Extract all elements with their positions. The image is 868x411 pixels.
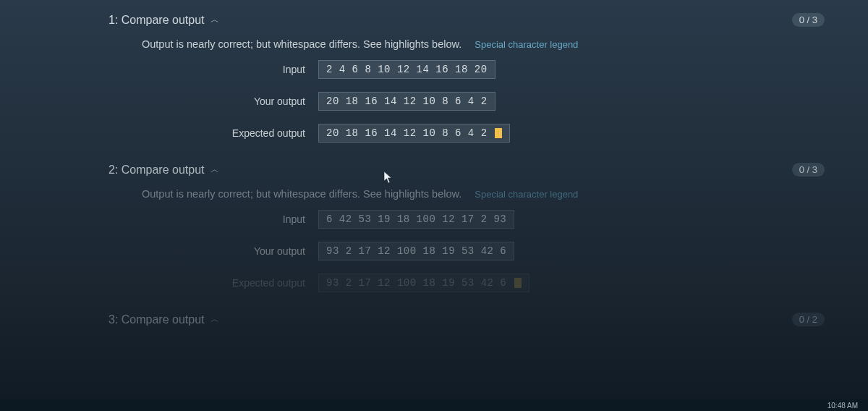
- score-badge: 0 / 3: [792, 163, 825, 177]
- expected-output-label: Expected output: [195, 127, 318, 139]
- your-output-value: 93 2 17 12 100 18 19 53 42 6: [318, 242, 514, 260]
- your-output-row: Your output 93 2 17 12 100 18 19 53 42 6: [195, 242, 825, 260]
- section-header-2[interactable]: 2: Compare output ︿ 0 / 3: [109, 163, 825, 177]
- newline-highlight-icon: [495, 128, 502, 138]
- taskbar: 10:48 AM: [0, 399, 868, 411]
- section-title: 3: Compare output: [109, 313, 205, 326]
- section-title: 1: Compare output: [109, 14, 205, 27]
- input-row: Input 2 4 6 8 10 12 14 16 18 20: [195, 60, 825, 79]
- section-header-3[interactable]: 3: Compare output ︿ 0 / 2: [109, 313, 825, 326]
- score-badge: 0 / 2: [792, 313, 825, 326]
- results-panel: 1: Compare output ︿ 0 / 3 Output is near…: [0, 0, 868, 326]
- input-value: 6 42 53 19 18 100 12 17 2 93: [318, 210, 514, 229]
- clock: 10:48 AM: [827, 402, 858, 410]
- chevron-up-icon: ︿: [210, 313, 219, 326]
- input-label: Input: [195, 64, 318, 75]
- test-section-1: 1: Compare output ︿ 0 / 3 Output is near…: [109, 13, 825, 143]
- expected-output-row: Expected output 93 2 17 12 100 18 19 53 …: [195, 274, 825, 292]
- your-output-value: 20 18 16 14 12 10 8 6 4 2: [318, 92, 495, 111]
- expected-output-value: 93 2 17 12 100 18 19 53 42 6: [318, 274, 529, 292]
- comparison-rows: Input 2 4 6 8 10 12 14 16 18 20 Your out…: [195, 60, 825, 143]
- your-output-label: Your output: [195, 245, 318, 257]
- newline-highlight-icon: [514, 278, 522, 288]
- input-row: Input 6 42 53 19 18 100 12 17 2 93: [195, 210, 825, 229]
- result-message: Output is nearly correct; but whitespace…: [142, 188, 825, 200]
- score-badge: 0 / 3: [792, 13, 825, 27]
- legend-link[interactable]: Special character legend: [475, 39, 578, 50]
- test-section-2: 2: Compare output ︿ 0 / 3 Output is near…: [109, 163, 825, 292]
- comparison-rows: Input 6 42 53 19 18 100 12 17 2 93 Your …: [195, 210, 825, 292]
- expected-output-row: Expected output 20 18 16 14 12 10 8 6 4 …: [195, 124, 825, 143]
- expected-output-label: Expected output: [195, 277, 318, 289]
- your-output-row: Your output 20 18 16 14 12 10 8 6 4 2: [195, 92, 825, 111]
- legend-link[interactable]: Special character legend: [475, 189, 578, 200]
- expected-output-value: 20 18 16 14 12 10 8 6 4 2: [318, 124, 510, 143]
- input-value: 2 4 6 8 10 12 14 16 18 20: [318, 60, 495, 79]
- chevron-up-icon: ︿: [210, 14, 219, 26]
- result-message: Output is nearly correct; but whitespace…: [142, 38, 825, 50]
- section-title: 2: Compare output: [109, 164, 205, 177]
- chevron-up-icon: ︿: [210, 164, 219, 176]
- your-output-label: Your output: [195, 96, 318, 107]
- test-section-3: 3: Compare output ︿ 0 / 2: [109, 313, 825, 326]
- section-header-1[interactable]: 1: Compare output ︿ 0 / 3: [109, 13, 825, 27]
- input-label: Input: [195, 213, 318, 225]
